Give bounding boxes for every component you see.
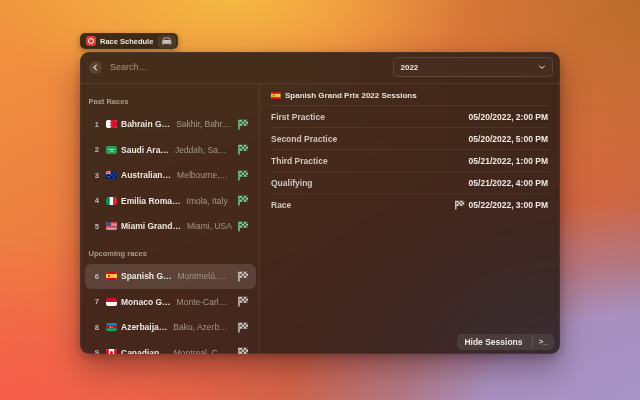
race-index: 7 <box>85 297 99 306</box>
window-mode-button[interactable] <box>158 35 176 48</box>
chevron-left-icon <box>92 64 99 71</box>
flag-bahrain-icon <box>106 120 117 128</box>
checkered-flag-icon <box>237 119 249 131</box>
checkered-flag-icon <box>237 195 249 207</box>
session-label: Second Practice <box>271 134 469 144</box>
session-datetime: 05/21/2022, 1:00 PM <box>469 156 548 166</box>
race-index: 8 <box>85 323 99 332</box>
session-row: First Practice05/20/2022, 2:00 PM <box>271 106 548 128</box>
race-location: Imola, Italy <box>187 196 233 206</box>
race-index: 4 <box>85 196 99 205</box>
session-label: Qualifying <box>271 178 469 188</box>
race-list-item[interactable]: 2Saudi Ara…Jeddah, Sa… <box>85 137 256 163</box>
race-index: 2 <box>85 145 99 154</box>
year-dropdown[interactable]: 2022 <box>393 57 553 77</box>
checkered-flag-icon <box>237 322 249 334</box>
back-button[interactable] <box>89 61 103 75</box>
session-datetime: 05/22/2022, 3:00 PM <box>469 200 548 210</box>
race-index: 5 <box>85 222 99 231</box>
flag-spain-icon <box>271 92 281 99</box>
race-title: Miami Grand… <box>121 221 181 231</box>
session-label: First Practice <box>271 112 469 122</box>
flag-monaco-icon <box>106 298 117 306</box>
flag-italy-icon <box>106 197 117 205</box>
session-datetime: 05/20/2022, 5:00 PM <box>469 134 548 144</box>
race-list-item[interactable]: 1Bahrain G…Sakhir, Bahr… <box>85 112 256 138</box>
hide-sessions-button[interactable]: Hide Sessions >_ <box>457 334 553 351</box>
checkered-flag-icon <box>237 170 249 182</box>
race-location: Montreal, C… <box>174 348 233 354</box>
race-title: Australian… <box>121 170 171 180</box>
race-list: Past Races1Bahrain G…Sakhir, Bahr…2Saudi… <box>80 84 260 355</box>
session-datetime: 05/20/2022, 2:00 PM <box>469 112 548 122</box>
race-location: Jeddah, Sa… <box>175 145 233 155</box>
race-title: Canadian… <box>121 348 168 354</box>
car-icon <box>161 36 173 46</box>
race-location: Montmeló,… <box>178 271 233 281</box>
search-bar: Search… 2022 <box>80 52 560 84</box>
window-body: Past Races1Bahrain G…Sakhir, Bahr…2Saudi… <box>80 84 560 355</box>
race-location: Melbourne,… <box>177 170 232 180</box>
race-list-item[interactable]: 6Spanish G…Montmeló,… <box>85 264 256 290</box>
race-index: 1 <box>85 120 99 129</box>
session-row: Third Practice05/21/2022, 1:00 PM <box>271 150 548 172</box>
session-label: Third Practice <box>271 156 469 166</box>
hide-sessions-label: Hide Sessions <box>457 337 531 347</box>
checkered-flag-icon <box>237 221 249 233</box>
session-row: Race05/22/2022, 3:00 PM <box>271 194 548 216</box>
race-title: Saudi Ara… <box>121 145 169 155</box>
flag-saudi-icon <box>106 146 117 154</box>
flag-spain-icon <box>106 272 117 280</box>
race-detail-panel: Spanish Grand Prix 2022 Sessions First P… <box>260 84 560 355</box>
checkered-flag-icon <box>237 271 249 283</box>
tab-title: Race Schedule <box>100 37 153 46</box>
session-datetime: 05/21/2022, 4:00 PM <box>469 178 548 188</box>
race-title: Azerbaija… <box>121 322 167 332</box>
race-index: 3 <box>85 171 99 180</box>
race-list-item[interactable]: 7Monaco G…Monte-Carl… <box>85 289 256 315</box>
detail-title: Spanish Grand Prix 2022 Sessions <box>285 91 417 100</box>
race-title: Emilia Roma… <box>121 196 181 206</box>
race-schedule-window: Search… 2022 Past Races1Bahrain G…Sakhir… <box>80 52 560 354</box>
flag-usa-icon <box>106 222 117 230</box>
session-row: Second Practice05/20/2022, 5:00 PM <box>271 128 548 150</box>
race-title: Monaco G… <box>121 297 171 307</box>
race-list-item[interactable]: 9Canadian…Montreal, C… <box>85 340 256 354</box>
session-row: Qualifying05/21/2022, 4:00 PM <box>271 172 548 194</box>
race-schedule-app-icon <box>86 36 97 47</box>
session-table: First Practice05/20/2022, 2:00 PMSecond … <box>271 106 548 216</box>
window-tab[interactable]: Race Schedule <box>80 33 178 49</box>
race-list-item[interactable]: 4Emilia Roma…Imola, Italy <box>85 188 256 214</box>
shortcut-key: >_ <box>533 337 554 346</box>
section-header: Upcoming races <box>85 246 256 261</box>
race-location: Monte-Carl… <box>177 297 233 307</box>
footer-action-area: Hide Sessions >_ <box>457 334 553 351</box>
checkered-flag-icon <box>237 347 249 354</box>
race-location: Sakhir, Bahr… <box>176 119 232 129</box>
race-list-item[interactable]: 5Miami Grand…Miami, USA <box>85 214 256 240</box>
flag-azerbaijan-icon <box>106 323 117 331</box>
checkered-flag-icon <box>454 200 465 211</box>
race-title: Spanish G… <box>121 271 172 281</box>
session-label: Race <box>271 200 454 210</box>
detail-header: Spanish Grand Prix 2022 Sessions <box>271 84 548 107</box>
flag-australia-icon <box>106 171 117 179</box>
race-list-item[interactable]: 8Azerbaija…Baku, Azerb… <box>85 315 256 341</box>
race-index: 9 <box>85 348 99 354</box>
year-dropdown-value: 2022 <box>401 63 538 72</box>
search-input[interactable]: Search… <box>110 62 393 72</box>
race-location: Baku, Azerb… <box>173 322 232 332</box>
section-header: Past Races <box>85 94 256 109</box>
checkered-flag-icon <box>237 144 249 156</box>
race-list-item[interactable]: 3Australian…Melbourne,… <box>85 163 256 189</box>
flag-canada-icon <box>106 349 117 354</box>
race-location: Miami, USA <box>187 221 233 231</box>
race-title: Bahrain G… <box>121 119 170 129</box>
checkered-flag-icon <box>237 296 249 308</box>
race-index: 6 <box>85 272 99 281</box>
chevron-down-icon <box>538 63 546 71</box>
